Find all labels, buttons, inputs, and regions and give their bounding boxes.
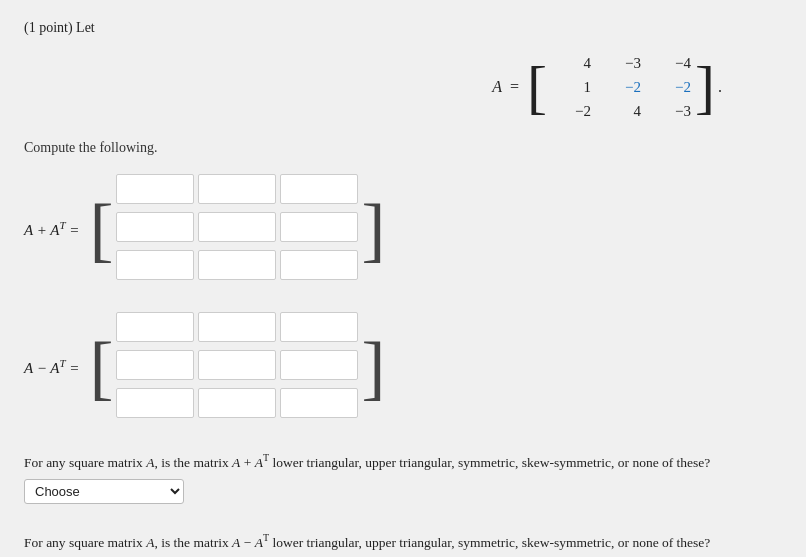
cell-1-0: 1 [571, 79, 591, 96]
eq1-input-1-2[interactable] [280, 212, 358, 242]
eq2-input-2-2[interactable] [280, 388, 358, 418]
matrix-label: A [492, 78, 502, 96]
eq1-input-0-1[interactable] [198, 174, 276, 204]
left-bracket: [ [527, 57, 547, 117]
matrix-equals: = [510, 78, 519, 96]
eq2-input-0-2[interactable] [280, 312, 358, 342]
compute-label: Compute the following. [24, 140, 782, 156]
question1-dropdown[interactable]: Choose lower triangular upper triangular… [24, 479, 184, 504]
eq1-input-2-0[interactable] [116, 250, 194, 280]
eq1-input-2-1[interactable] [198, 250, 276, 280]
header-text: (1 point) Let [24, 20, 782, 36]
eq1-input-0-2[interactable] [280, 174, 358, 204]
question1-section: For any square matrix A, is the matrix A… [24, 450, 782, 520]
matrix-bracket-wrapper: [ 4 −3 −4 1 −2 −2 −2 4 −3 ] [527, 52, 715, 122]
cell-0-0: 4 [571, 55, 591, 72]
eq2-input-0-0[interactable] [116, 312, 194, 342]
matrix-display: A = [ 4 −3 −4 1 −2 −2 −2 4 −3 ] . [24, 52, 722, 122]
cell-2-2: −3 [671, 103, 691, 120]
eq2-input-0-1[interactable] [198, 312, 276, 342]
eq2-left-bracket: [ [89, 331, 113, 403]
eq2-input-2-0[interactable] [116, 388, 194, 418]
equation2-label: A − AT = [24, 357, 79, 377]
eq1-left-bracket: [ [89, 193, 113, 265]
cell-2-1: 4 [621, 103, 641, 120]
right-bracket: ] [695, 57, 715, 117]
eq2-input-1-1[interactable] [198, 350, 276, 380]
eq1-input-2-2[interactable] [280, 250, 358, 280]
equation2-row: A − AT = [ ] [24, 312, 782, 422]
matrix-A-grid: 4 −3 −4 1 −2 −2 −2 4 −3 [551, 52, 691, 122]
eq1-input-1-0[interactable] [116, 212, 194, 242]
equation1-label: A + AT = [24, 219, 79, 239]
eq1-right-bracket: ] [361, 193, 385, 265]
eq1-input-grid [116, 174, 358, 284]
eq2-input-1-0[interactable] [116, 350, 194, 380]
question1-text: For any square matrix A, is the matrix A… [24, 450, 782, 473]
equation1-row: A + AT = [ ] [24, 174, 782, 284]
eq2-input-1-2[interactable] [280, 350, 358, 380]
equation1-matrix: [ ] [89, 174, 385, 284]
eq2-input-grid [116, 312, 358, 422]
cell-0-1: −3 [621, 55, 641, 72]
cell-1-2: −2 [671, 79, 691, 96]
cell-2-0: −2 [571, 103, 591, 120]
eq1-input-1-1[interactable] [198, 212, 276, 242]
eq1-input-0-0[interactable] [116, 174, 194, 204]
cell-1-1: −2 [621, 79, 641, 96]
equation2-matrix: [ ] [89, 312, 385, 422]
eq2-input-2-1[interactable] [198, 388, 276, 418]
question2-section: For any square matrix A, is the matrix A… [24, 530, 782, 557]
cell-0-2: −4 [671, 55, 691, 72]
question2-text: For any square matrix A, is the matrix A… [24, 530, 782, 553]
eq2-right-bracket: ] [361, 331, 385, 403]
